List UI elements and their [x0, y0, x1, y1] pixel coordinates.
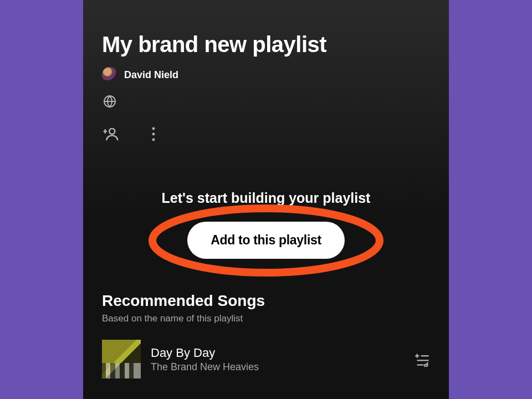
playlist-title: My brand new playlist	[102, 32, 430, 57]
svg-point-3	[152, 133, 155, 136]
add-to-playlist-button[interactable]: Add to this playlist	[187, 222, 345, 259]
globe-icon[interactable]	[103, 95, 116, 108]
song-meta: Day By Day The Brand New Heavies	[151, 346, 405, 373]
empty-state: Let's start building your playlist Add t…	[83, 190, 449, 259]
playlist-owner-row[interactable]: David Nield	[102, 67, 430, 83]
avatar	[102, 67, 117, 83]
recommended-section: Recommended Songs Based on the name of t…	[83, 292, 449, 378]
song-title: Day By Day	[151, 346, 405, 360]
svg-point-2	[152, 127, 155, 130]
empty-state-heading: Let's start building your playlist	[83, 190, 449, 206]
song-artist: The Brand New Heavies	[151, 361, 405, 373]
recommended-subheading: Based on the name of this playlist	[102, 313, 430, 324]
playlist-header: My brand new playlist David Nield	[83, 0, 449, 142]
svg-point-4	[152, 139, 155, 141]
album-art	[102, 340, 141, 378]
more-options-icon[interactable]	[152, 127, 155, 141]
add-collaborator-icon[interactable]	[103, 126, 120, 142]
svg-point-1	[109, 129, 115, 134]
svg-point-6	[424, 364, 427, 367]
playlist-screen: My brand new playlist David Nield	[83, 0, 449, 399]
playlist-owner-name: David Nield	[124, 69, 178, 81]
recommended-heading: Recommended Songs	[102, 292, 430, 310]
add-to-queue-icon[interactable]	[415, 351, 430, 367]
recommended-song-row[interactable]: Day By Day The Brand New Heavies	[102, 340, 430, 378]
